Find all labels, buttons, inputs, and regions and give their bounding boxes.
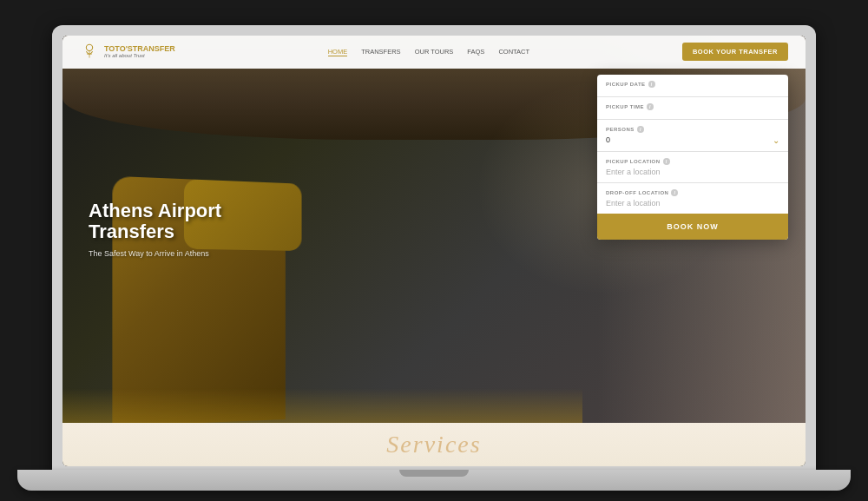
dropoff-location-label: DROP-OFF LOCATION i: [606, 189, 779, 196]
dropoff-location-field[interactable]: DROP-OFF LOCATION i Enter a location: [597, 183, 788, 214]
logo-brand-first: TOTO'S: [104, 44, 133, 53]
persons-label: PERSONS i: [606, 126, 779, 133]
logo-brand-second: TRANSFER: [133, 44, 175, 53]
logo-icon: [80, 43, 99, 62]
hero-content: Athens Airport Transfers The Safest Way …: [89, 200, 221, 257]
nav-faqs[interactable]: FAQS: [467, 48, 484, 56]
logo-text-block: TOTO'STRANSFER It's all about Trust: [104, 45, 175, 59]
book-your-transfer-button[interactable]: BOOK YOUR TRANSFER: [682, 43, 788, 61]
pickup-time-field[interactable]: PICKUP TIME i: [597, 97, 788, 120]
dropoff-location-info-icon: i: [671, 189, 678, 196]
pickup-time-label: PICKUP TIME i: [606, 103, 779, 110]
nav-tours[interactable]: OUR TOURS: [415, 48, 454, 56]
hero-title: Athens Airport Transfers: [89, 200, 221, 241]
yellow-trim: [62, 388, 582, 423]
pickup-location-info-icon: i: [663, 158, 670, 165]
pickup-location-label: PICKUP LOCATION i: [606, 158, 779, 165]
pickup-date-field[interactable]: PICKUP DATE i: [597, 75, 788, 97]
laptop-screen: TOTO'STRANSFER It's all about Trust HOME…: [62, 36, 806, 466]
persons-chevron-icon: ⌄: [773, 135, 779, 145]
pickup-time-info-icon: i: [647, 103, 654, 110]
logo-text: TOTO'STRANSFER: [104, 45, 175, 54]
pickup-date-info-icon: i: [648, 81, 655, 88]
logo-area: TOTO'STRANSFER It's all about Trust: [80, 43, 175, 62]
logo-tagline: It's all about Trust: [104, 53, 175, 58]
hero-section: Athens Airport Transfers The Safest Way …: [62, 36, 806, 423]
nav-contact[interactable]: CONTACT: [498, 48, 529, 56]
laptop-base: [17, 470, 851, 491]
booking-form: PICKUP DATE i PICKUP TIME i: [597, 75, 788, 240]
persons-info-icon: i: [637, 126, 644, 133]
pickup-date-label: PICKUP DATE i: [606, 81, 779, 88]
pickup-location-field[interactable]: PICKUP LOCATION i Enter a location: [597, 152, 788, 183]
nav-home[interactable]: HOME: [328, 48, 348, 56]
laptop-body: TOTO'STRANSFER It's all about Trust HOME…: [52, 25, 816, 477]
navbar: TOTO'STRANSFER It's all about Trust HOME…: [62, 36, 806, 69]
services-strip: Services: [62, 423, 806, 466]
dropoff-location-value: Enter a location: [606, 199, 779, 208]
website: TOTO'STRANSFER It's all about Trust HOME…: [62, 36, 806, 466]
services-title: Services: [386, 431, 481, 458]
hero-subtitle: The Safest Way to Arrive in Athens: [89, 249, 221, 258]
nav-transfers[interactable]: TRANSFERS: [361, 48, 400, 56]
persons-value: 0 ⌄: [606, 135, 779, 145]
laptop-notch: [399, 470, 469, 477]
persons-field[interactable]: PERSONS i 0 ⌄: [597, 120, 788, 152]
pickup-location-value: Enter a location: [606, 168, 779, 176]
book-now-button[interactable]: BOOK NOW: [597, 214, 788, 240]
svg-point-0: [86, 44, 92, 50]
nav-links: HOME TRANSFERS OUR TOURS FAQS CONTACT: [328, 48, 529, 56]
laptop-wrapper: TOTO'STRANSFER It's all about Trust HOME…: [0, 0, 868, 501]
